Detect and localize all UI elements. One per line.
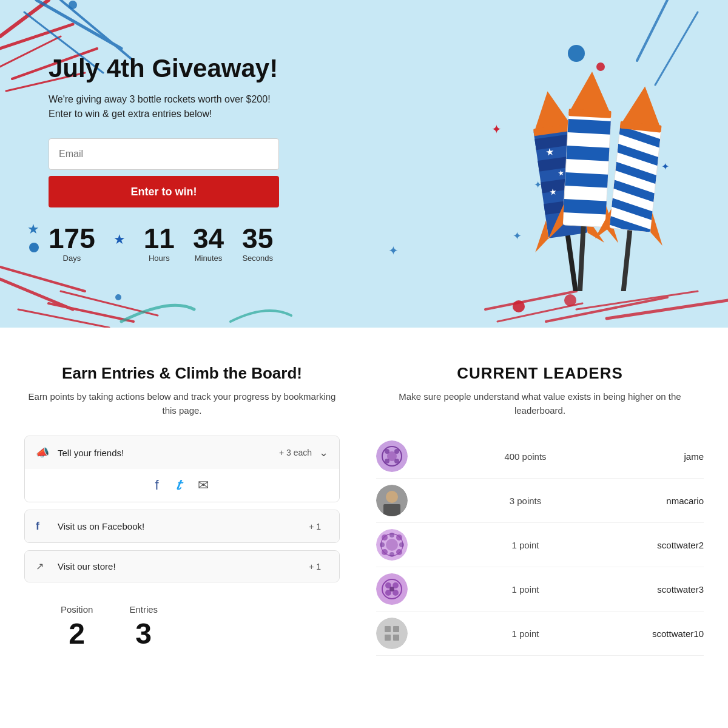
leader-points-4: 1 point xyxy=(408,584,643,595)
svg-line-9 xyxy=(0,279,73,309)
countdown-days: 175 Days xyxy=(49,224,95,263)
twitter-share-icon[interactable]: 𝑡 xyxy=(176,477,181,493)
leader-name-5: scottwater10 xyxy=(643,629,704,639)
leaderboard-panel: CURRENT LEADERS Make sure people underst… xyxy=(376,364,704,656)
leader-avatar-4 xyxy=(376,573,408,605)
svg-point-98 xyxy=(376,618,408,649)
svg-point-85 xyxy=(382,549,388,555)
svg-point-83 xyxy=(382,534,388,541)
svg-text:★: ★ xyxy=(545,146,554,158)
email-share-icon[interactable]: ✉ xyxy=(198,477,209,493)
visit-facebook-card[interactable]: f Visit us on Facebook! + 1 xyxy=(24,510,340,543)
svg-rect-100 xyxy=(393,626,399,632)
svg-point-24 xyxy=(513,300,525,312)
countdown: 175 Days ★ 11 Hours 34 Minutes 35 Second… xyxy=(49,224,303,263)
svg-point-87 xyxy=(389,533,394,538)
svg-point-77 xyxy=(386,491,398,503)
countdown-hours: 11 Hours xyxy=(144,224,175,263)
entries-desc: Earn points by taking actions below and … xyxy=(24,390,340,417)
svg-rect-31 xyxy=(565,229,581,291)
svg-text:✦: ✦ xyxy=(388,244,399,257)
svg-line-10 xyxy=(18,309,109,328)
svg-text:★: ★ xyxy=(549,186,558,197)
svg-marker-50 xyxy=(568,70,613,115)
svg-point-82 xyxy=(386,539,398,551)
position-value: 2 xyxy=(61,617,93,650)
leader-row: 1 point scottwater2 xyxy=(376,523,704,567)
svg-text:✦: ✦ xyxy=(661,161,669,172)
svg-point-74 xyxy=(385,459,389,463)
svg-line-14 xyxy=(497,303,582,322)
svg-rect-54 xyxy=(620,224,633,291)
hero-title: July 4th Giveaway! xyxy=(49,55,303,83)
leaderboard-description: Make sure people understand what value e… xyxy=(376,390,704,417)
visit-store-points: + 1 xyxy=(309,562,321,571)
entries-panel: Earn Entries & Climb the Board! Earn poi… xyxy=(24,364,340,656)
svg-rect-46 xyxy=(568,119,611,135)
svg-text:✦: ✦ xyxy=(491,123,502,136)
visit-store-label: Visit our store! xyxy=(53,561,309,571)
tell-friends-header[interactable]: 📣 Tell your friends! + 3 each ⌄ xyxy=(25,436,339,469)
leader-points-1: 400 points xyxy=(408,451,643,462)
leader-row: 1 point scottwater10 xyxy=(376,612,704,656)
leader-avatar-1 xyxy=(376,440,408,472)
svg-point-73 xyxy=(394,449,399,454)
social-share-row: f 𝑡 ✉ xyxy=(25,469,339,502)
visit-store-header[interactable]: ↗ Visit our store! + 1 xyxy=(25,551,339,582)
leader-name-3: scottwater2 xyxy=(643,540,704,550)
visit-facebook-points: + 1 xyxy=(309,522,321,531)
visit-store-card[interactable]: ↗ Visit our store! + 1 xyxy=(24,550,340,582)
megaphone-icon: 📣 xyxy=(36,446,53,459)
bottom-section: Earn Entries & Climb the Board! Earn poi… xyxy=(0,328,728,680)
entries-stat: Entries 3 xyxy=(129,604,158,650)
external-link-icon: ↗ xyxy=(36,561,53,572)
svg-point-88 xyxy=(389,552,394,557)
svg-point-89 xyxy=(380,542,385,547)
position-stat: Position 2 xyxy=(61,604,93,650)
svg-point-97 xyxy=(389,587,394,592)
entries-label: Entries xyxy=(129,604,158,615)
svg-line-13 xyxy=(485,291,576,309)
stats-row: Position 2 Entries 3 xyxy=(24,604,340,650)
hero-section: ★ ✦ ✦ ✦ July 4th Giveaway! We're giving … xyxy=(0,0,728,328)
position-label: Position xyxy=(61,604,93,615)
countdown-seconds: 35 Seconds xyxy=(242,224,273,263)
chevron-down-icon: ⌄ xyxy=(319,446,328,459)
leader-name-4: scottwater3 xyxy=(643,584,704,595)
tell-friends-label: Tell your friends! xyxy=(53,448,279,458)
countdown-minutes: 34 Minutes xyxy=(193,224,224,263)
svg-point-86 xyxy=(396,549,402,555)
leader-points-5: 1 point xyxy=(408,629,643,639)
svg-point-84 xyxy=(396,534,402,541)
svg-rect-47 xyxy=(566,146,609,161)
svg-point-21 xyxy=(115,294,121,300)
visit-facebook-header[interactable]: f Visit us on Facebook! + 1 xyxy=(25,510,339,542)
leader-points-2: 3 points xyxy=(408,496,643,506)
hero-description: We're giving away 3 bottle rockets worth… xyxy=(49,92,279,121)
facebook-share-icon[interactable]: f xyxy=(155,477,159,493)
enter-button[interactable]: Enter to win! xyxy=(49,176,279,207)
leader-avatar-3 xyxy=(376,529,408,561)
svg-line-12 xyxy=(61,291,158,315)
svg-line-16 xyxy=(576,291,698,309)
svg-point-90 xyxy=(399,542,404,547)
leader-points-3: 1 point xyxy=(408,540,643,550)
star-separator: ★ xyxy=(113,232,126,248)
svg-rect-101 xyxy=(385,635,391,641)
leader-row: 1 point scottwater3 xyxy=(376,567,704,612)
rockets-illustration: ★ ★ ★ xyxy=(485,12,692,291)
svg-rect-48 xyxy=(565,172,608,188)
leader-avatar-2 xyxy=(376,485,408,516)
svg-rect-102 xyxy=(393,635,399,641)
svg-rect-49 xyxy=(564,199,607,215)
leaderboard-title: CURRENT LEADERS xyxy=(376,364,704,383)
svg-rect-99 xyxy=(385,626,391,632)
svg-point-25 xyxy=(564,294,576,306)
tell-friends-card: 📣 Tell your friends! + 3 each ⌄ f 𝑡 ✉ xyxy=(24,436,340,502)
leader-name-1: jame xyxy=(643,451,704,462)
email-input[interactable] xyxy=(49,138,279,170)
svg-point-75 xyxy=(394,459,399,463)
visit-facebook-label: Visit us on Facebook! xyxy=(53,521,309,531)
svg-rect-79 xyxy=(383,504,400,516)
facebook-icon: f xyxy=(36,520,53,533)
